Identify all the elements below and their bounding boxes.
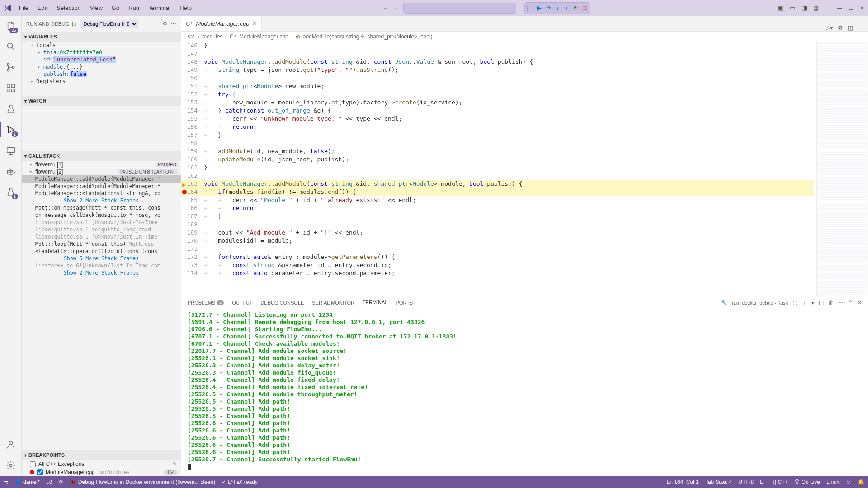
line-number[interactable]: 156	[181, 123, 204, 131]
code-line[interactable]: 156→ → return;	[181, 123, 814, 131]
code-text[interactable]: → → const string &parameter_id = entry.s…	[204, 261, 814, 269]
code-text[interactable]: → }	[204, 212, 814, 221]
debug-step-over-button[interactable]: ↷	[544, 4, 553, 13]
code-text[interactable]: → } catch(const out_of_range &e) {	[204, 107, 814, 115]
line-number[interactable]: 174	[181, 269, 204, 277]
code-line[interactable]: 169→ cout << "Add module " + id + "!" <<…	[181, 229, 814, 237]
line-number[interactable]: 165	[181, 196, 204, 204]
activity-accounts-icon[interactable]	[5, 438, 17, 451]
debug-restart-button[interactable]: ↻	[571, 4, 580, 13]
code-text[interactable]: → shared_ptr<Module> new_module;	[204, 82, 814, 90]
line-number[interactable]: 147	[181, 50, 204, 58]
registers-scope[interactable]: ▸Registers	[22, 78, 181, 85]
menu-help[interactable]: Help	[176, 4, 195, 12]
status-eol[interactable]: LF	[760, 479, 766, 485]
activity-testing-icon[interactable]	[5, 103, 17, 115]
line-number[interactable]: 166	[181, 204, 204, 212]
watch-section-header[interactable]: ▾WATCH	[22, 96, 181, 106]
status-tab-size[interactable]: Tab Size: 4	[705, 479, 732, 485]
split-terminal-icon[interactable]: ◫	[819, 300, 824, 306]
activity-settings-icon[interactable]	[5, 459, 17, 472]
line-number[interactable]: 169	[181, 229, 204, 237]
code-text[interactable]: }	[204, 164, 814, 172]
breakpoint-file[interactable]: ModuleManager.cpp src/modules 164	[22, 468, 181, 476]
kill-terminal-icon[interactable]: 🗑	[828, 300, 834, 306]
variable-id[interactable]: id: "uncorrelated_loss"	[22, 56, 181, 63]
code-line[interactable]: 174→ → const auto parameter = entry.seco…	[181, 269, 814, 277]
stack-frame[interactable]: Mqtt::loop(Mqtt * const this)Mqtt.cpp	[22, 240, 181, 248]
sidebar-toggle-icon[interactable]: ◨	[802, 5, 807, 11]
code-text[interactable]: → addModule(id, new_module, false);	[204, 147, 814, 155]
line-number[interactable]: 155	[181, 115, 204, 123]
status-os[interactable]: Linux	[826, 479, 840, 485]
status-notifications-icon[interactable]: 🔔	[858, 479, 864, 485]
close-tab-icon[interactable]: ✕	[252, 20, 257, 27]
code-editor[interactable]: 146}147148void ModuleManager::addModule(…	[181, 42, 868, 296]
panel-tab-debug-console[interactable]: DEBUG CONSOLE	[260, 300, 304, 305]
status-go-live[interactable]: ⦿ Go Live	[794, 479, 820, 485]
activity-extensions-icon[interactable]	[5, 82, 17, 94]
code-line[interactable]: 166→ → return;	[181, 204, 814, 212]
close-panel-icon[interactable]: ✕	[857, 300, 862, 306]
code-text[interactable]: → modules[id] = module;	[204, 237, 814, 245]
line-number[interactable]: 154	[181, 107, 204, 115]
line-number[interactable]: 163▶	[181, 180, 204, 188]
code-line[interactable]: 149→ string type = json_root.get("type",…	[181, 66, 814, 74]
code-line[interactable]: 168	[181, 221, 814, 229]
more-actions-icon[interactable]: ⋯	[170, 20, 176, 27]
code-text[interactable]: → updateModule(id, json_root, publish);	[204, 155, 814, 164]
panel-tab-problems[interactable]: PROBLEMS4	[188, 300, 224, 305]
line-number[interactable]: 170	[181, 237, 204, 245]
code-line[interactable]: 154→ } catch(const out_of_range &e) {	[181, 107, 814, 115]
code-line[interactable]: 172→ for(const auto& entry : module->get…	[181, 253, 814, 261]
line-number[interactable]: 151	[181, 82, 204, 90]
nav-back-icon[interactable]: ←	[382, 5, 388, 11]
stack-frame[interactable]: ModuleManager::<lambda(const string&, co	[22, 190, 181, 197]
line-number[interactable]: 168	[181, 221, 204, 229]
terminal-cursor-line[interactable]	[188, 463, 862, 470]
window-maximize-button[interactable]: ☐	[849, 5, 854, 11]
debug-stop-button[interactable]: □	[580, 4, 589, 13]
nav-forward-icon[interactable]: →	[393, 5, 399, 11]
code-text[interactable]: → → new_module = module_library.at(type)…	[204, 99, 814, 107]
code-line[interactable]: 148void ModuleManager::addModule(const s…	[181, 58, 814, 66]
line-number[interactable]: 164	[181, 188, 204, 196]
code-text[interactable]: void ModuleManager::addModule(const stri…	[204, 58, 814, 66]
split-editor-icon[interactable]: ◫	[848, 24, 853, 31]
line-number[interactable]: 172	[181, 253, 204, 261]
code-line[interactable]: 161}	[181, 164, 814, 172]
line-number[interactable]: 160	[181, 155, 204, 164]
status-encoding[interactable]: UTF-8	[738, 479, 754, 485]
menu-run[interactable]: Run	[125, 4, 143, 12]
code-line[interactable]: 146}	[181, 42, 814, 50]
status-remote[interactable]: ⇆	[4, 479, 8, 485]
variable-this[interactable]: ▸this: 0x7ffffffe7e0	[22, 49, 181, 56]
debug-config-select[interactable]: Debug FlowEmu in D…	[80, 20, 138, 28]
watch-body-empty[interactable]	[22, 106, 181, 151]
breakpoint-checkbox[interactable]	[30, 461, 36, 467]
line-number[interactable]: 159	[181, 147, 204, 155]
code-line[interactable]: 162	[181, 172, 814, 180]
customize-layout-icon[interactable]: ▦	[813, 5, 819, 11]
debug-toolbar-grip-icon[interactable]: ⋮⋮	[526, 4, 535, 13]
window-close-button[interactable]: ✕	[860, 5, 864, 11]
window-minimize-button[interactable]: —	[837, 5, 842, 11]
status-cursor-position[interactable]: Ln 164, Col 1	[667, 479, 699, 485]
stack-frame[interactable]: libmosquitto.so.1!mosquitto_loop_read	[22, 226, 181, 233]
code-line[interactable]: 173→ → const string &parameter_id = entr…	[181, 261, 814, 269]
panel-toggle-icon[interactable]: ▭	[790, 5, 795, 11]
code-text[interactable]: → if(modules.find(id) != modules.end()) …	[204, 188, 814, 196]
locals-scope[interactable]: ▾Locals	[22, 42, 181, 49]
variable-publish[interactable]: publish: false	[22, 70, 181, 78]
code-text[interactable]: → → return;	[204, 204, 814, 212]
menu-edit[interactable]: Edit	[34, 4, 51, 12]
show-more-frames[interactable]: Show 2 More Stack Frames	[22, 269, 181, 277]
code-text[interactable]	[204, 74, 814, 82]
stack-frame[interactable]: Mqtt::on_message(Mqtt * const this, cons	[22, 204, 181, 211]
stack-frame[interactable]: ModuleManager::addModule(ModuleManager *	[22, 183, 181, 190]
breakpoint-glyph-icon[interactable]	[182, 190, 187, 194]
panel-tab-output[interactable]: OUTPUT	[232, 300, 252, 305]
run-file-icon[interactable]: ▷▾	[826, 24, 833, 31]
activity-remote-icon[interactable]	[5, 144, 17, 157]
terminal-task-name[interactable]: run_docker_debug - Task	[732, 300, 788, 305]
